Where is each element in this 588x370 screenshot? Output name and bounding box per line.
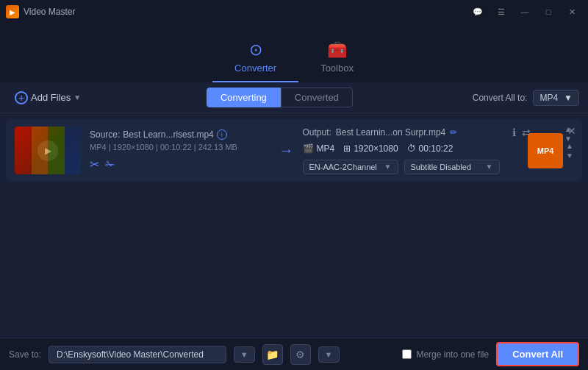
converter-icon: ⊙ [249, 40, 262, 60]
tab-converter[interactable]: ⊙ Converter [212, 35, 298, 82]
source-label: Source: [90, 129, 120, 140]
resolution-icon: ⊞ [343, 143, 351, 154]
sub-tab-converted[interactable]: Converted [281, 88, 353, 107]
chat-icon-btn[interactable]: 💬 [467, 4, 488, 19]
source-filename: Best Learn...risest.mp4 [123, 129, 213, 140]
output-filename: Best Learnin...on Surpr.mp4 [336, 127, 445, 138]
app-title: Video Master [24, 7, 75, 17]
settings-icon-btn[interactable]: ⚙ [290, 344, 311, 365]
convert-arrow: → [279, 142, 294, 159]
output-info-icon[interactable]: ℹ [512, 127, 516, 138]
output-format-value: MP4 [317, 143, 335, 154]
title-bar: ▶ Video Master 💬 ☰ — □ ✕ [0, 0, 588, 24]
thumbnail-inner: ▶ [15, 127, 81, 174]
file-actions: ✂ ✁ [90, 157, 270, 171]
convert-all-to-label: Convert All to: [473, 93, 528, 103]
sub-tab-converted-label: Converted [295, 92, 339, 103]
save-to-label: Save to: [9, 349, 41, 360]
cut-icon[interactable]: ✁ [105, 157, 115, 171]
output-source-row: Output: Best Learnin...on Surpr.mp4 ✏ [303, 127, 520, 138]
output-info: Output: Best Learnin...on Surpr.mp4 ✏ 🎬 … [303, 127, 520, 174]
chevron-down-icon[interactable]: ▼ [566, 152, 573, 160]
output-resolution-badge: ⊞ 1920×1080 [343, 143, 398, 154]
format-dropdown-arrow: ▼ [564, 93, 573, 103]
output-format-badge: 🎬 MP4 [303, 143, 335, 154]
toolbar: + Add Files ▼ Converting Converted Conve… [0, 82, 588, 113]
color-strips [15, 127, 81, 174]
subtitle-arrow: ▼ [486, 163, 493, 171]
tab-toolbox[interactable]: 🧰 Toolbox [298, 35, 376, 82]
audio-channel-value: EN-AAC-2Channel [309, 163, 377, 171]
strip-orange [32, 127, 49, 174]
format-nav-arrows: ▲ ▼ [566, 142, 573, 160]
convert-all-button[interactable]: Convert All [496, 342, 579, 366]
menu-icon-btn[interactable]: ☰ [491, 4, 512, 19]
subtitle-select[interactable]: Subtitle Disabled ▼ [404, 160, 500, 174]
save-path-display: D:\Enskysoft\Video Master\Converted [49, 346, 226, 363]
chevron-up-icon[interactable]: ▲ [566, 142, 573, 150]
format-value: MP4 [539, 93, 558, 103]
merge-label: Merge into one file [416, 349, 489, 360]
add-files-dropdown-arrow: ▼ [74, 93, 81, 102]
tab-toolbox-label: Toolbox [320, 63, 354, 74]
format-select-dropdown[interactable]: MP4 ▼ [533, 90, 579, 106]
file-item: ▶ Source: Best Learn...risest.mp4 i MP4 … [6, 119, 582, 182]
strip-green [48, 127, 65, 174]
sub-tab-converting[interactable]: Converting [207, 88, 281, 107]
plus-icon: + [15, 91, 28, 104]
dropdowns-row: EN-AAC-2Channel ▼ Subtitle Disabled ▼ [303, 160, 520, 174]
nav-bar: ⊙ Converter 🧰 Toolbox [0, 24, 588, 82]
info-dot-icon[interactable]: i [217, 129, 227, 140]
output-duration-badge: ⏱ 00:10:22 [407, 143, 453, 154]
audio-channel-select[interactable]: EN-AAC-2Channel ▼ [303, 160, 398, 174]
output-resolution: 1920×1080 [354, 143, 398, 154]
tab-converter-label: Converter [234, 63, 276, 74]
file-list: ▶ Source: Best Learn...risest.mp4 i MP4 … [0, 113, 588, 338]
title-bar-controls: 💬 ☰ — □ ✕ [467, 4, 582, 19]
file-meta: MP4 | 1920×1080 | 00:10:22 | 242.13 MB [90, 143, 270, 152]
edit-icon[interactable]: ✏ [450, 127, 457, 138]
maximize-btn[interactable]: □ [538, 4, 559, 19]
output-settings-icon[interactable]: ⇄ [522, 127, 531, 138]
audio-channel-arrow: ▼ [384, 163, 392, 171]
video-thumbnail: ▶ [15, 127, 81, 174]
convert-all-label: Convert All [512, 349, 563, 360]
app-icon: ▶ [6, 5, 19, 18]
file-source-row: Source: Best Learn...risest.mp4 i [90, 129, 270, 140]
strip-red [15, 127, 32, 174]
minimize-btn[interactable]: — [514, 4, 535, 19]
main-content: ▶ Source: Best Learn...risest.mp4 i MP4 … [0, 113, 588, 338]
output-label: Output: [303, 127, 331, 138]
folder-icon-btn[interactable]: 📁 [262, 344, 283, 365]
merge-checkbox-input[interactable] [402, 349, 412, 359]
subtitle-value: Subtitle Disabled [411, 163, 472, 171]
item-top-icons: ℹ ⇄ [512, 127, 531, 138]
output-duration: 00:10:22 [419, 143, 453, 154]
close-btn[interactable]: ✕ [562, 4, 582, 19]
add-files-button[interactable]: + Add Files ▼ [9, 88, 87, 107]
settings-dropdown-arrow[interactable]: ▼ [318, 346, 340, 363]
sub-tab-converting-label: Converting [220, 92, 267, 103]
output-info-row: 🎬 MP4 ⊞ 1920×1080 ⏱ 00:10:22 [303, 143, 520, 154]
convert-all-to: Convert All to: MP4 ▼ [473, 90, 579, 106]
file-source-info: Source: Best Learn...risest.mp4 i MP4 | … [90, 129, 270, 171]
strip-blue [65, 127, 82, 174]
bottom-bar: Save to: D:\Enskysoft\Video Master\Conve… [0, 338, 588, 370]
sub-tabs: Converting Converted [207, 88, 353, 107]
format-thumbnail: MP4 [528, 133, 563, 168]
title-bar-left: ▶ Video Master [6, 5, 75, 18]
clock-icon: ⏱ [407, 143, 416, 154]
item-close-button[interactable]: ✕ [567, 125, 576, 137]
scissors-icon[interactable]: ✂ [90, 157, 99, 171]
output-format-icon: 🎬 [303, 143, 314, 154]
add-files-label: Add Files [31, 92, 71, 103]
format-thumb-label: MP4 [537, 146, 554, 155]
merge-checkbox-area: Merge into one file [402, 349, 489, 360]
path-dropdown-arrow[interactable]: ▼ [234, 346, 255, 363]
toolbox-icon: 🧰 [327, 40, 347, 60]
